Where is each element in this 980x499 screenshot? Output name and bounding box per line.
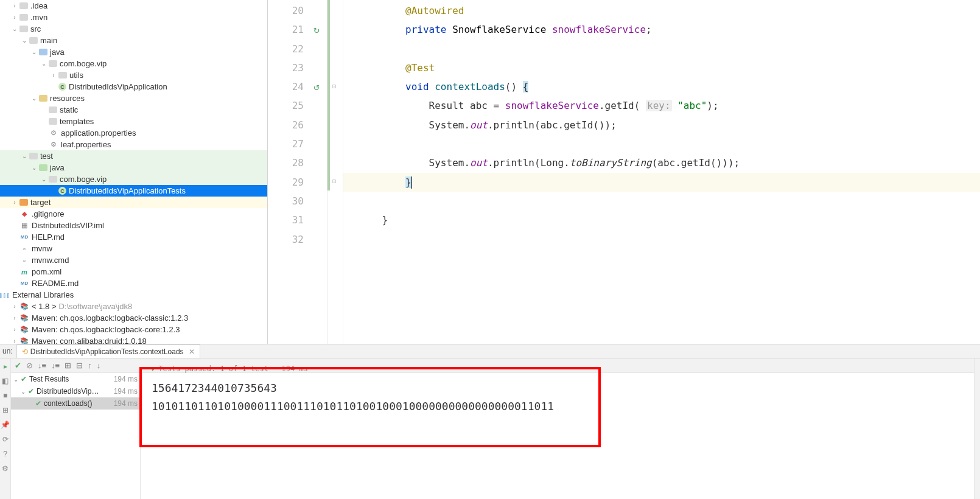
tree-item-idea[interactable]: ›.idea [0,0,267,12]
chevron-down-icon[interactable]: ⌄ [29,95,39,102]
spring-bean-icon[interactable]: ↻ [313,20,320,39]
tree-item-test-java[interactable]: ⌄java [0,162,267,173]
pass-icon: ✔ [28,387,34,396]
tree-item-static[interactable]: static [0,104,267,116]
fold-end-icon[interactable]: ⊟ [332,178,336,184]
tree-item-mvnw[interactable]: ▫mvnw [0,243,267,254]
pin-icon[interactable]: 📌 [1,420,10,429]
target-folder-icon [19,199,28,206]
tree-item-mvn[interactable]: ›.mvn [0,12,267,23]
expand-all-icon[interactable]: ⊞ [65,361,71,370]
fold-start-icon[interactable]: ⊟ [332,83,336,89]
folder-icon [49,106,57,113]
tree-item-gitignore[interactable]: ◆.gitignore [0,208,267,220]
toggle-icon[interactable]: ◧ [1,377,10,385]
chevron-down-icon[interactable]: ⌄ [29,164,39,171]
tree-item-external-libs[interactable]: ⫿⫿⫿External Libraries [0,289,267,301]
folder-icon [29,37,38,44]
history-icon[interactable]: ⟳ [1,435,10,444]
tree-item-tests-class[interactable]: CDistributedIdsVipApplicationTests [0,185,267,197]
test-run-icon: ⟲ [22,347,28,356]
tree-item-readme[interactable]: MDREADME.md [0,277,267,289]
collapse-all-icon[interactable]: ⊟ [76,361,83,370]
run-tab[interactable]: ⟲ DistributedIdsVipApplicationTests.cont… [16,344,200,358]
test-class[interactable]: ⌄✔DistributedIdsVipApplicationTests194 m… [11,385,140,397]
console-output[interactable]: ✔Tests passed: 1 of 1 test – 194 ms 1564… [141,373,974,499]
run-tab-bar: un: ⟲ DistributedIdsVipApplicationTests.… [0,344,980,358]
chevron-down-icon[interactable]: ⌄ [10,26,19,32]
console-line: 1010110110101000011100111010110100100010… [152,397,963,416]
fold-gutter: ⊟ ⊟ [330,0,343,344]
file-icon: ▫ [19,244,29,254]
prev-icon[interactable]: ↑ [88,361,92,370]
tree-item-app-class[interactable]: CDistributedIdsVipApplication [0,81,267,92]
chevron-down-icon[interactable]: ⌄ [21,388,28,395]
package-icon [58,72,67,79]
tree-item-test-package[interactable]: ⌄com.boge.vip [0,173,267,185]
chevron-down-icon[interactable]: ⌄ [39,60,49,67]
chevron-down-icon[interactable]: ⌄ [19,37,29,44]
sort-icon[interactable]: ↓≡ [38,361,46,370]
code-editor[interactable]: 20 21↻ 22 23 24↺ 25 26 27 28 29 30 31 32… [268,0,980,344]
class-icon: C [58,83,66,91]
tree-item-target[interactable]: ›target [0,197,267,208]
run-test-icon[interactable]: ↺ [313,77,320,96]
properties-file-icon: ⚙ [49,128,58,138]
test-method[interactable]: ✔contextLoads()194 ms [11,397,140,410]
chevron-down-icon[interactable]: ⌄ [13,376,21,383]
maven-icon: m [19,267,29,277]
tree-item-src[interactable]: ⌄src [0,23,267,35]
sort-alpha-icon[interactable]: ↓≡ [51,361,60,370]
jdk-icon: 📚 [19,302,29,312]
show-ignored-icon[interactable]: ⊘ [26,361,33,370]
test-root[interactable]: ⌄✔Test Results194 ms [11,373,140,385]
chevron-down-icon[interactable]: ⌄ [19,153,29,159]
scrollbar[interactable] [974,358,980,499]
gitignore-icon: ◆ [19,209,29,219]
package-icon [49,176,57,183]
library-icon: 📚 [19,313,29,323]
tree-item-maven-logback-classic[interactable]: ›📚Maven: ch.qos.logback:logback-classic:… [0,312,267,324]
run-prefix: un: [2,347,13,355]
tree-item-help[interactable]: MDHELP.md [0,231,267,243]
library-icon: 📚 [19,325,29,335]
library-icon: 📚 [19,337,29,344]
tree-item-main[interactable]: ⌄main [0,35,267,46]
tree-item-iml[interactable]: ▦DistributedIdsVIP.iml [0,220,267,231]
editor-gutter: 20 21↻ 22 23 24↺ 25 26 27 28 29 30 31 32 [268,0,327,344]
class-icon: C [58,187,66,195]
chevron-down-icon[interactable]: ⌄ [39,176,49,183]
chevron-down-icon[interactable]: ⌄ [29,49,39,55]
help-icon[interactable]: ? [1,450,10,458]
test-results-tree[interactable]: ⌄✔Test Results194 ms ⌄✔DistributedIdsVip… [11,373,141,499]
close-icon[interactable]: ✕ [189,347,195,356]
tree-item-utils[interactable]: ›utils [0,69,267,81]
show-passed-icon[interactable]: ✔ [15,361,21,370]
tree-item-pom[interactable]: mpom.xml [0,266,267,277]
source-folder-icon [39,49,47,55]
tree-item-jdk[interactable]: ›📚< 1.8 >D:\software\java\jdk8 [0,301,267,312]
folder-icon [19,2,28,9]
tree-item-leaf-props[interactable]: ⚙leaf.properties [0,139,267,150]
tree-item-resources[interactable]: ⌄resources [0,92,267,104]
pass-icon: ✔ [35,399,41,408]
project-tree[interactable]: ›.idea ›.mvn ⌄src ⌄main ⌄java ⌄com.boge.… [0,0,268,344]
pass-icon: ✔ [21,375,27,383]
stop-icon[interactable]: ■ [1,391,10,400]
folder-icon [49,118,57,125]
rerun-icon[interactable]: ▸ [1,362,10,371]
tree-item-maven-logback-core[interactable]: ›📚Maven: ch.qos.logback:logback-core:1.2… [0,324,267,335]
tree-item-app-props[interactable]: ⚙application.properties [0,127,267,139]
layout-icon[interactable]: ⊞ [1,406,10,414]
tree-item-test[interactable]: ⌄test [0,150,267,162]
settings-icon[interactable]: ⚙ [1,464,10,473]
tree-item-maven-druid[interactable]: ›📚Maven: com.alibaba:druid:1.0.18 [0,335,267,344]
next-icon[interactable]: ↓ [97,361,101,370]
folder-icon [29,153,38,159]
file-icon: ▫ [19,256,29,265]
tree-item-mvnw-cmd[interactable]: ▫mvnw.cmd [0,254,267,266]
tree-item-templates[interactable]: templates [0,116,267,127]
tree-item-package[interactable]: ⌄com.boge.vip [0,58,267,69]
run-tab-title: DistributedIdsVipApplicationTests.contex… [30,347,184,356]
tree-item-java[interactable]: ⌄java [0,46,267,58]
